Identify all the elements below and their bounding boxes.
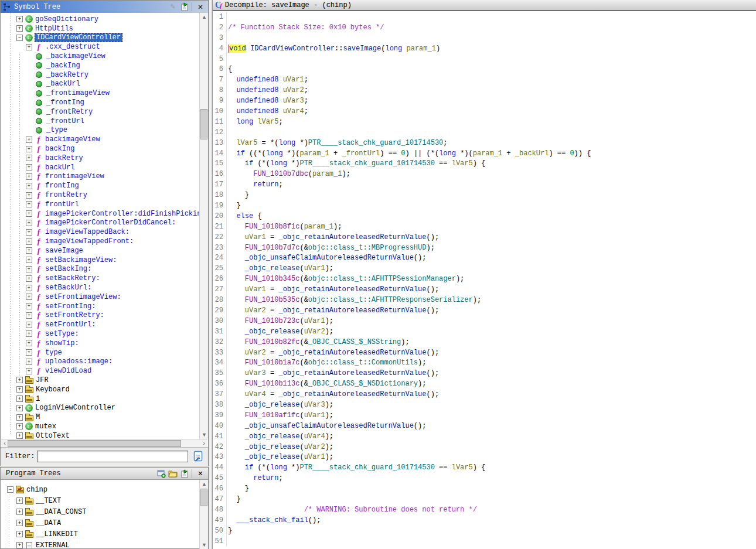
code-text[interactable]: FUN_1010b8f1c(param_1);	[227, 222, 342, 233]
code-text[interactable]: long lVar5;	[227, 117, 283, 128]
tree-item-backUrl[interactable]: +fbackUrl	[1, 163, 199, 172]
tree-item-setType-[interactable]: +fsetType:	[1, 329, 199, 339]
code-text[interactable]: uVar1 = _objc_retainAutoreleasedReturnVa…	[227, 233, 439, 243]
code-text[interactable]: _objc_unsafeClaimAutoreleasedReturnValue…	[227, 253, 426, 264]
code-line-12[interactable]: 12	[213, 128, 756, 138]
new-tree-icon[interactable]	[156, 469, 166, 479]
code-line-5[interactable]: 5	[213, 54, 756, 65]
code-text[interactable]: FUN_1010af1fc(uVar1);	[227, 411, 333, 421]
tree-item-imageViewTappedBack-[interactable]: +fimageViewTappedBack:	[1, 227, 199, 237]
snapshot-filter-icon[interactable]	[179, 469, 190, 479]
code-text[interactable]: _objc_release(uVar1);	[227, 452, 333, 463]
code-text[interactable]: if ((*(long *)(param_1 + _frontUrl) == 0…	[227, 149, 591, 159]
tree-item-backRetry[interactable]: +fbackRetry	[1, 154, 199, 163]
tree-item-_frontIng[interactable]: _frontIng	[1, 98, 199, 107]
expand-expander-icon[interactable]: +	[26, 275, 32, 282]
open-folder-icon[interactable]	[168, 469, 178, 479]
scrollbar-thumb[interactable]	[200, 489, 207, 506]
code-line-17[interactable]: 17 return;	[213, 180, 756, 190]
code-line-51[interactable]: 51	[213, 537, 756, 547]
expand-expander-icon[interactable]: +	[26, 173, 32, 180]
code-text[interactable]: undefined8 uVar4;	[227, 107, 308, 117]
code-text[interactable]	[227, 537, 228, 547]
tree-item-IDCardViewController[interactable]: −CIDCardViewController	[1, 33, 199, 43]
code-text[interactable]: _objc_release(uVar3);	[227, 400, 333, 411]
code-line-28[interactable]: 28 FUN_1010b535c(&objc::class_t::AFHTTPR…	[213, 295, 756, 306]
tree-item-setFrontIng-[interactable]: +fsetFrontIng:	[1, 302, 199, 311]
expand-expander-icon[interactable]: +	[26, 164, 32, 171]
expand-expander-icon[interactable]: +	[16, 395, 23, 402]
program-trees-titlebar[interactable]: Program Trees ✕	[1, 468, 208, 480]
code-text[interactable]: uVar3 = _objc_retainAutoreleasedReturnVa…	[227, 369, 439, 379]
tree-item-__LINKEDIT[interactable]: +__LINKEDIT	[1, 528, 199, 540]
tree-item-mutex[interactable]: +Cmutex	[1, 422, 199, 431]
close-icon[interactable]: ✕	[195, 469, 206, 479]
tree-item-M[interactable]: +M	[1, 412, 199, 422]
expand-expander-icon[interactable]: +	[26, 44, 32, 50]
symbol-tree[interactable]: +CgoSeqDictionary+CHttpUtils−CIDCardView…	[1, 13, 199, 439]
decompiled-code-view[interactable]: 12/* Function Stack Size: 0x10 bytes */3…	[213, 12, 756, 549]
code-text[interactable]: if (*(long *)PTR____stack_chk_guard_1017…	[227, 159, 485, 169]
tree-item-OttoText[interactable]: +OttoText	[1, 431, 199, 439]
code-text[interactable]: FUN_1010b113c(&_OBJC_CLASS_$_NSDictionar…	[227, 379, 426, 390]
code-text[interactable]: _objc_release(uVar2);	[227, 442, 333, 453]
expand-expander-icon[interactable]: +	[16, 25, 23, 32]
expand-expander-icon[interactable]: +	[26, 247, 32, 254]
expand-expander-icon[interactable]: +	[16, 16, 23, 22]
tree-item--cxx_destruct[interactable]: +f.cxx_destruct	[1, 42, 199, 52]
code-text[interactable]: FUN_1010b1a7c(&objc::class_t::CommonUtil…	[227, 358, 426, 369]
code-text[interactable]: FUN_1010b535c(&objc::class_t::AFHTTPResp…	[227, 295, 481, 306]
expand-expander-icon[interactable]: +	[26, 266, 32, 272]
filter-input[interactable]	[37, 451, 188, 462]
code-text[interactable]: /* WARNING: Subroutine does not return *…	[227, 505, 477, 516]
expand-expander-icon[interactable]: +	[26, 285, 32, 291]
code-line-1[interactable]: 1	[213, 12, 756, 23]
code-line-2[interactable]: 2/* Function Stack Size: 0x10 bytes */	[213, 23, 756, 33]
tree-item-_backRetry[interactable]: _backRetry	[1, 70, 199, 80]
code-text[interactable]: uVar2 = _objc_retainAutoreleasedReturnVa…	[227, 348, 439, 359]
code-text[interactable]: undefined8 uVar3;	[227, 96, 308, 107]
code-line-49[interactable]: 49 ___stack_chk_fail();	[213, 516, 756, 526]
code-text[interactable]: uVar1 = _objc_retainAutoreleasedReturnVa…	[227, 285, 439, 295]
expand-expander-icon[interactable]: +	[26, 229, 32, 236]
tree-item-setFrontimageView-[interactable]: +fsetFrontimageView:	[1, 292, 199, 302]
code-line-44[interactable]: 44 if (*(long *)PTR____stack_chk_guard_1…	[213, 463, 756, 473]
tree-item-Keyboard[interactable]: +Keyboard	[1, 385, 199, 394]
code-line-38[interactable]: 38 _objc_release(uVar3);	[213, 400, 756, 411]
tree-item-chinp[interactable]: −chinp	[1, 484, 199, 495]
code-text[interactable]: ___stack_chk_fail();	[227, 516, 321, 526]
tree-item-imagePickerControllerDidCancel-[interactable]: +fimagePickerControllerDidCancel:	[1, 219, 199, 228]
code-text[interactable]: else {	[227, 212, 262, 222]
code-text[interactable]	[227, 54, 228, 65]
code-text[interactable]	[227, 12, 228, 23]
code-line-29[interactable]: 29 uVar2 = _objc_retainAutoreleasedRetur…	[213, 306, 756, 316]
code-text[interactable]: return;	[227, 473, 283, 484]
expand-expander-icon[interactable]: +	[26, 183, 32, 189]
tree-item-frontRetry[interactable]: +ffrontRetry	[1, 190, 199, 200]
tree-item-_frontimageView[interactable]: _frontimageView	[1, 88, 199, 98]
expand-expander-icon[interactable]: +	[26, 303, 32, 309]
tree-item-goSeqDictionary[interactable]: +CgoSeqDictionary	[1, 15, 199, 24]
expand-expander-icon[interactable]: +	[26, 349, 32, 356]
code-line-45[interactable]: 45 return;	[213, 473, 756, 484]
scrollbar-thumb[interactable]	[8, 440, 181, 447]
expand-expander-icon[interactable]: +	[26, 201, 32, 207]
scroll-down-arrow-icon[interactable]: ▼	[200, 541, 209, 549]
code-text[interactable]: void IDCardViewController::saveImage(lon…	[227, 44, 440, 54]
code-line-8[interactable]: 8 undefined8 uVar2;	[213, 86, 756, 96]
code-text[interactable]: }	[227, 526, 232, 537]
code-line-50[interactable]: 50}	[213, 526, 756, 537]
expand-expander-icon[interactable]: +	[16, 377, 23, 383]
tree-item-showTip-[interactable]: +fshowTip:	[1, 339, 199, 348]
expand-expander-icon[interactable]: +	[16, 509, 23, 515]
expand-expander-icon[interactable]: +	[26, 155, 32, 161]
code-line-7[interactable]: 7 undefined8 uVar1;	[213, 75, 756, 86]
code-text[interactable]: {	[227, 64, 232, 75]
scroll-down-arrow-icon[interactable]: ▼	[200, 431, 209, 439]
code-text[interactable]: FUN_1010b345c(&objc::class_t::AFHTTPSess…	[227, 274, 464, 285]
code-text[interactable]: }	[227, 190, 249, 201]
tree-item-_type[interactable]: _type	[1, 126, 199, 135]
code-line-20[interactable]: 20 else {	[213, 212, 756, 222]
code-line-42[interactable]: 42 _objc_release(uVar2);	[213, 442, 756, 453]
expand-expander-icon[interactable]: +	[26, 146, 32, 152]
